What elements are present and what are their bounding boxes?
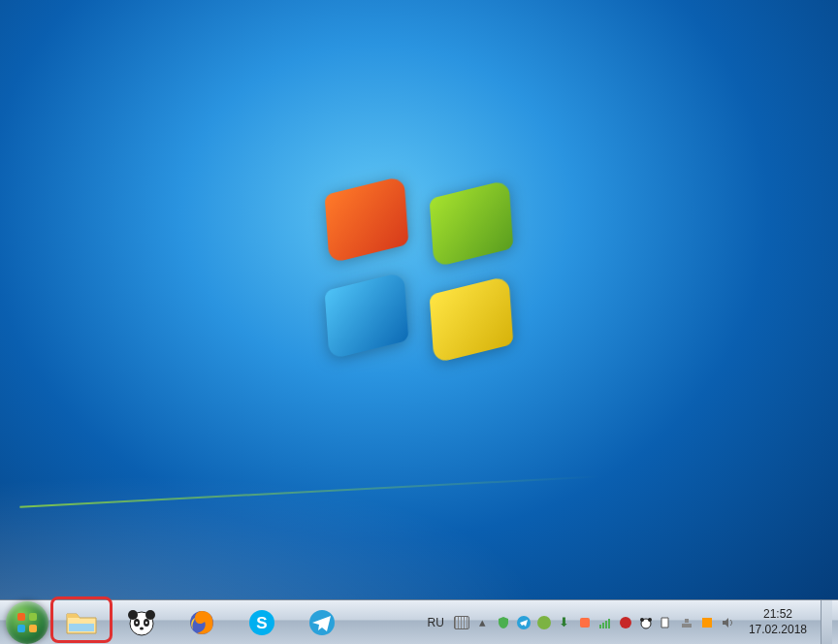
telegram-tray-icon[interactable] [516, 615, 532, 630]
svg-rect-15 [580, 618, 590, 628]
volume-icon[interactable] [720, 615, 735, 630]
clock-time: 21:52 [749, 607, 807, 623]
svg-rect-19 [608, 619, 610, 628]
svg-point-20 [620, 617, 631, 628]
network-icon[interactable] [679, 615, 694, 630]
desktop-wallpaper[interactable] [0, 0, 838, 599]
taskbar-panda[interactable] [113, 602, 171, 643]
action-center-icon[interactable] [659, 615, 674, 630]
download-tray-icon[interactable]: ⬇ [557, 615, 572, 630]
firefox-icon [185, 608, 218, 637]
taskbar-explorer[interactable] [52, 602, 111, 643]
svg-rect-25 [685, 619, 689, 623]
taskbar-telegram[interactable] [293, 602, 351, 643]
shield-icon[interactable] [496, 615, 511, 630]
tray-expand-icon[interactable]: ▴ [475, 615, 491, 630]
svg-rect-0 [69, 624, 94, 631]
start-button[interactable] [6, 601, 48, 644]
taskbar-firefox[interactable] [173, 602, 231, 643]
skype-tray-icon[interactable] [536, 615, 552, 630]
svg-rect-26 [702, 618, 712, 628]
system-tray: RU ▴ ⬇ 21:52 17.02.2018 [424, 600, 834, 644]
taskbar: S RU ▴ ⬇ 21:52 [0, 599, 838, 644]
svg-rect-16 [599, 625, 601, 628]
language-indicator[interactable]: RU [424, 614, 448, 631]
taskbar-skype[interactable]: S [233, 602, 291, 643]
svg-point-8 [140, 627, 144, 629]
updates-tray-icon[interactable] [699, 615, 715, 630]
windows-logo [327, 185, 511, 355]
clock-date: 17.02.2018 [749, 623, 807, 638]
osk-icon[interactable] [454, 615, 469, 630]
taskbar-clock[interactable]: 21:52 17.02.2018 [741, 607, 815, 637]
audio-tray-icon[interactable] [577, 615, 593, 630]
folder-icon [65, 608, 98, 637]
svg-point-3 [145, 610, 155, 620]
svg-point-14 [537, 616, 551, 629]
telegram-icon [306, 608, 338, 637]
svg-text:S: S [256, 614, 267, 632]
svg-point-23 [648, 618, 652, 622]
svg-point-7 [145, 621, 147, 623]
panda-icon [125, 608, 158, 637]
av-tray-icon[interactable] [618, 615, 633, 630]
skype-icon: S [245, 608, 278, 637]
svg-rect-17 [602, 623, 604, 628]
svg-point-22 [640, 618, 644, 622]
pinned-apps: S [52, 602, 351, 643]
panda-tray-icon[interactable] [638, 615, 654, 630]
svg-rect-18 [605, 621, 607, 628]
wallpaper-grass [19, 475, 600, 507]
signal-bars-icon[interactable] [597, 615, 613, 630]
show-desktop-button[interactable] [821, 600, 832, 645]
svg-rect-24 [682, 624, 692, 628]
windows-flag-icon [17, 613, 37, 632]
svg-point-2 [128, 610, 138, 620]
svg-point-6 [136, 621, 138, 623]
